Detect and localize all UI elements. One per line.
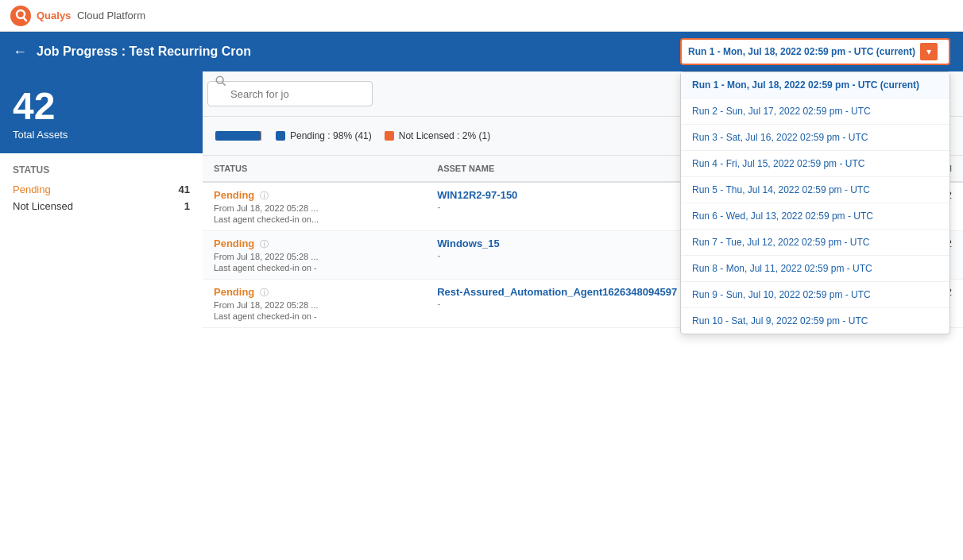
sidebar-status-heading: STATUS [13, 164, 190, 176]
not-licensed-legend-dot [385, 131, 394, 141]
run-selector[interactable]: Run 1 - Mon, Jul 18, 2022 02:59 pm - UTC… [680, 38, 950, 65]
dropdown-item-3[interactable]: Run 4 - Fri, Jul 15, 2022 02:59 pm - UTC [681, 151, 949, 177]
dropdown-item-0[interactable]: Run 1 - Mon, Jul 18, 2022 02:59 pm - UTC… [681, 72, 949, 98]
asset-link-0[interactable]: WIN12R2-97-150 [437, 189, 517, 201]
sub-text-0-1: From Jul 18, 2022 05:28 ... [214, 203, 415, 213]
pending-count: 41 [179, 183, 190, 195]
svg-rect-7 [261, 131, 261, 141]
svg-rect-6 [215, 131, 261, 141]
pending-status-0: Pending [214, 189, 254, 201]
search-input[interactable] [207, 81, 373, 106]
not-licensed-legend-label: Not Licensed : 2% (1) [399, 130, 490, 141]
total-assets-count: 42 [13, 87, 190, 126]
pending-label: Pending [13, 183, 51, 195]
sub-text-0-2: Last agent checked-in on... [214, 214, 415, 224]
info-icon-1: ⓘ [260, 239, 269, 249]
sub-text-1-1: From Jul 18, 2022 05:28 ... [214, 252, 415, 261]
run-selector-label: Run 1 - Mon, Jul 18, 2022 02:59 pm - UTC… [688, 46, 915, 57]
status-cell-1: Pending ⓘ From Jul 18, 2022 05:28 ... La… [203, 231, 426, 280]
sidebar-status-section: STATUS Pending 41 Not Licensed 1 [0, 153, 203, 560]
logo-text: Qualys Cloud Platform [37, 10, 145, 21]
search-input-wrap [215, 81, 373, 106]
chevron-down-icon: ▾ [920, 43, 938, 60]
qualys-logo: Qualys Cloud Platform [10, 5, 145, 27]
dropdown-item-5[interactable]: Run 6 - Wed, Jul 13, 2022 02:59 pm - UTC [681, 203, 949, 230]
sub-text-2-1: From Jul 18, 2022 05:28 ... [214, 300, 415, 310]
dropdown-item-1[interactable]: Run 2 - Sun, Jul 17, 2022 02:59 pm - UTC [681, 98, 949, 125]
sub-text-1-2: Last agent checked-in on - [214, 263, 415, 272]
dropdown-item-9[interactable]: Run 10 - Sat, Jul 9, 2022 02:59 pm - UTC [681, 308, 949, 334]
asset-link-1[interactable]: Windows_15 [437, 238, 500, 249]
chart-legend-not-licensed: Not Licensed : 2% (1) [385, 130, 490, 141]
pending-legend-dot [276, 131, 285, 141]
status-cell-0: Pending ⓘ From Jul 18, 2022 05:28 ... La… [203, 182, 426, 231]
not-licensed-label: Not Licensed [13, 200, 73, 212]
qualys-logo-icon [10, 5, 32, 27]
top-bar: Qualys Cloud Platform [0, 0, 963, 32]
run-dropdown-menu: Run 1 - Mon, Jul 18, 2022 02:59 pm - UTC… [680, 71, 950, 334]
info-icon-2: ⓘ [260, 288, 269, 297]
asset-link-2[interactable]: Rest-Assured_Automation_Agent16263480945… [437, 286, 677, 298]
status-row-pending: Pending 41 [13, 183, 190, 195]
pending-status-1: Pending [214, 238, 254, 249]
status-cell-2: Pending ⓘ From Jul 18, 2022 05:28 ... La… [203, 280, 426, 328]
not-licensed-count: 1 [184, 200, 190, 212]
status-chart [215, 125, 263, 147]
col-header-status: STATUS [203, 156, 426, 182]
pending-status-2: Pending [214, 286, 254, 298]
pending-legend-label: Pending : 98% (41) [290, 130, 372, 141]
sub-text-2-2: Last agent checked-in on - [214, 311, 415, 321]
dropdown-item-2[interactable]: Run 3 - Sat, Jul 16, 2022 02:59 pm - UTC [681, 125, 949, 151]
svg-point-0 [10, 6, 31, 26]
chart-legend-pending: Pending : 98% (41) [276, 130, 372, 141]
dropdown-item-4[interactable]: Run 5 - Thu, Jul 14, 2022 02:59 pm - UTC [681, 177, 949, 203]
total-assets-label: Total Assets [13, 129, 190, 141]
total-assets-box: 42 Total Assets [0, 71, 203, 153]
dropdown-item-8[interactable]: Run 9 - Sun, Jul 10, 2022 02:59 pm - UTC [681, 282, 949, 308]
sidebar: 42 Total Assets STATUS Pending 41 Not Li… [0, 71, 203, 560]
header-bar: ← Job Progress : Test Recurring Cron Run… [0, 32, 963, 71]
back-button[interactable]: ← [13, 44, 27, 60]
page-title: Job Progress : Test Recurring Cron [37, 44, 251, 59]
dropdown-item-6[interactable]: Run 7 - Tue, Jul 12, 2022 02:59 pm - UTC [681, 230, 949, 256]
dropdown-item-7[interactable]: Run 8 - Mon, Jul 11, 2022 02:59 pm - UTC [681, 256, 949, 282]
info-icon-0: ⓘ [260, 191, 269, 200]
status-row-not-licensed: Not Licensed 1 [13, 200, 190, 212]
